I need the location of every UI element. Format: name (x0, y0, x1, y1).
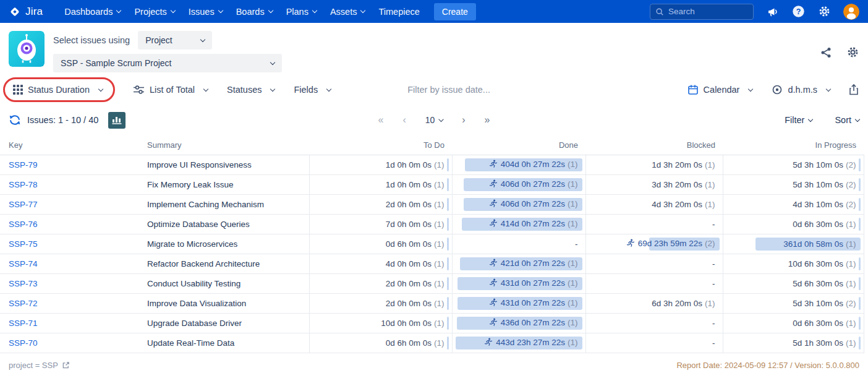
duration-cell: 421d 0h 27m 22s(1) (452, 254, 585, 274)
user-avatar[interactable] (843, 4, 859, 20)
report-header: Select issues using Project SSP - Sample… (0, 23, 868, 76)
nav-item-projects[interactable]: Projects (127, 7, 181, 17)
runner-icon (489, 318, 497, 327)
pager-controls: « ‹ 10 › » (378, 115, 490, 125)
filter-dropdown[interactable]: Filter (785, 115, 812, 125)
duration-bar (447, 238, 449, 251)
next-page-button[interactable]: › (462, 115, 465, 125)
issue-key-link[interactable]: SSP-72 (9, 299, 38, 308)
duration-cell: 1d 3h 20m 0s(1) (585, 155, 723, 175)
prev-page-button[interactable]: ‹ (402, 115, 406, 125)
statuses-dropdown[interactable]: Statuses (226, 81, 276, 98)
chevron-down-icon (268, 8, 273, 13)
issue-key-link[interactable]: SSP-75 (9, 239, 38, 249)
last-page-button[interactable]: » (485, 115, 490, 125)
first-page-button[interactable]: « (378, 115, 383, 125)
runner-icon (489, 219, 497, 228)
statuses-label: Statuses (227, 85, 262, 95)
runner-icon (489, 199, 497, 208)
share-icon[interactable] (820, 46, 832, 59)
settings-gear-icon[interactable] (818, 5, 831, 18)
fields-dropdown[interactable]: Fields (292, 81, 332, 98)
table-row: SSP-75Migrate to Microservices0d 6h 0m 0… (0, 234, 864, 254)
key-cell: SSP-78 (0, 175, 142, 195)
date-filter-input[interactable]: Filter by issue date... (407, 85, 490, 95)
sort-dropdown[interactable]: Sort (835, 115, 859, 125)
duration-cell: 0d 6h 30m 0s(1) (723, 314, 864, 333)
svg-text:?: ? (796, 7, 801, 16)
duration-cell: - (585, 215, 723, 234)
issue-key-link[interactable]: SSP-70 (9, 338, 38, 348)
duration-cell: 2d 0h 0m 0s(1) (309, 294, 452, 314)
nav-item-dashboards[interactable]: Dashboards (57, 7, 127, 17)
announcements-icon[interactable] (767, 6, 779, 18)
duration-format-dropdown[interactable]: d.h.m.s (770, 80, 832, 99)
report-toolbar: Status Duration List of Total Statuses F… (0, 76, 868, 107)
duration-bar (859, 158, 861, 171)
nav-item-issues[interactable]: Issues (182, 7, 229, 17)
chevron-down-icon (203, 86, 208, 91)
table-row: SSP-79Improve UI Responsiveness1d 0h 0m … (0, 155, 864, 175)
issue-key-link[interactable]: SSP-71 (9, 319, 38, 328)
query-text: project = SSP (9, 361, 58, 370)
page-size-dropdown[interactable]: 10 (425, 115, 443, 125)
nav-item-plans[interactable]: Plans (279, 7, 323, 17)
jira-home-link[interactable]: Jira (9, 6, 43, 18)
project-dropdown[interactable]: SSP - Sample Scrum Project (53, 54, 282, 72)
chevron-down-icon (270, 86, 275, 91)
filter-label: Filter (785, 115, 804, 125)
chevron-down-icon (270, 59, 275, 64)
duration-bar (447, 158, 449, 171)
summary-cell: Optimize Database Queries (142, 215, 309, 234)
duration-cell: 2d 0h 0m 0s(1) (309, 195, 452, 215)
issue-key-link[interactable]: SSP-79 (9, 160, 38, 169)
status-duration-label: Status Duration (28, 85, 90, 95)
issue-key-link[interactable]: SSP-78 (9, 180, 38, 189)
status-duration-dropdown[interactable]: Status Duration (12, 81, 104, 98)
duration-bar (859, 218, 861, 231)
export-icon[interactable] (848, 84, 859, 96)
annotation-red-oval: Status Duration (3, 77, 115, 102)
issue-key-link[interactable]: SSP-76 (9, 220, 38, 229)
calendar-dropdown[interactable]: Calendar (686, 80, 754, 99)
duration-cell: 5d 3h 10m 0s(2) (723, 294, 864, 314)
duration-cell: - (452, 234, 585, 254)
report-settings-gear-icon[interactable] (846, 46, 859, 59)
duration-cell: 1d 0h 0m 0s(1) (309, 155, 452, 175)
top-navigation-bar: Jira DashboardsProjectsIssuesBoardsPlans… (0, 0, 868, 23)
key-cell: SSP-72 (0, 294, 142, 314)
create-button[interactable]: Create (434, 3, 476, 20)
summary-cell: Improve Data Visualization (142, 294, 309, 314)
pagination-right: Filter Sort (785, 115, 859, 125)
nav-item-boards[interactable]: Boards (229, 7, 279, 17)
duration-cell: 69d 23h 59m 22s(2) (585, 234, 723, 254)
chevron-down-icon (826, 86, 831, 91)
chart-view-button[interactable] (108, 112, 126, 129)
table-row: SSP-76Optimize Database Queries7d 0h 0m … (0, 215, 864, 234)
issue-key-link[interactable]: SSP-77 (9, 200, 38, 209)
duration-bar (859, 297, 861, 310)
table-row: SSP-70Update Real-Time Data0d 6h 0m 0s(1… (0, 333, 864, 353)
issues-range-label: Issues: 1 - 10 / 40 (27, 115, 98, 125)
duration-cell: 443d 23h 27m 22s(1) (452, 333, 585, 353)
summary-cell: Fix Memory Leak Issue (142, 175, 309, 195)
duration-bar (447, 257, 449, 270)
issue-key-link[interactable]: SSP-74 (9, 259, 38, 268)
duration-format-label: d.h.m.s (788, 85, 817, 95)
help-icon[interactable]: ? (792, 5, 805, 18)
nav-item-timepiece[interactable]: Timepiece (372, 7, 426, 17)
search-icon (655, 7, 664, 16)
nav-item-assets[interactable]: Assets (323, 7, 372, 17)
jira-logo-icon (9, 6, 21, 18)
pagination-bar: Issues: 1 - 10 / 40 « ‹ 10 › » Filter So… (0, 107, 868, 133)
column-header-in-progress: In Progress (723, 135, 864, 155)
list-of-total-dropdown[interactable]: List of Total (132, 81, 209, 98)
search-box[interactable] (650, 4, 754, 20)
report-query-link[interactable]: project = SSP (9, 361, 70, 370)
toolbar-right: Calendar d.h.m.s (686, 80, 859, 99)
issue-key-link[interactable]: SSP-73 (9, 279, 38, 288)
search-input[interactable] (668, 7, 748, 16)
refresh-icon[interactable] (9, 114, 21, 126)
issue-source-dropdown[interactable]: Project (138, 31, 212, 49)
chevron-down-icon (808, 116, 813, 121)
